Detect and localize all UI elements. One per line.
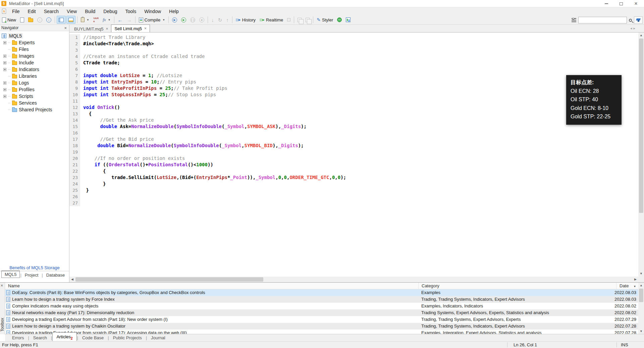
editor-tab-buylimit.mq5[interactable]: BUYLIMIT.mq5× [71,25,111,32]
market-button[interactable] [344,16,352,24]
code-line[interactable]: 10input int StopLossInPips = 25;// Stop … [69,92,638,98]
tab-close-icon[interactable]: × [106,26,108,31]
code-line[interactable]: 22 { [69,168,638,174]
table-row[interactable]: Complex indicators made easy using objec… [5,303,638,309]
step-into-button[interactable]: ↓ [210,16,216,24]
pause-button[interactable]: ❙❙ [189,16,197,24]
menu-build[interactable]: Build [81,8,99,15]
code-line[interactable]: 3 [69,47,638,53]
menu-view[interactable]: View [63,8,81,15]
maximize-button[interactable] [614,0,628,7]
search-settings-icon[interactable] [572,18,576,22]
start-debug-button[interactable]: ▶ [170,16,179,24]
document-icon[interactable] [2,9,6,14]
tree-item-profiles[interactable]: Profiles [0,86,69,93]
tree-item-indicators[interactable]: Indicators [0,66,69,73]
scrollbar-thumb[interactable] [639,289,643,302]
menu-help[interactable]: Help [165,8,183,15]
code-line[interactable]: 16 [69,130,638,136]
search-icon[interactable] [629,19,632,22]
code-line[interactable]: 2#include<Trade\Trade.mqh> [69,41,638,47]
code-line[interactable]: 25 } [69,187,638,193]
column-header-date[interactable]: Date▼ [616,283,638,289]
expand-plus-icon[interactable] [3,95,6,98]
step-out-button[interactable]: ↑ [224,16,230,24]
tree-item-files[interactable]: Files [0,46,69,53]
table-row[interactable]: Neural networks made easy (Part 17): Dim… [5,309,638,316]
variables-button[interactable]: VARa [92,16,100,24]
tree-item-services[interactable]: Services [0,100,69,106]
navigate-forward-button[interactable]: → [125,16,133,24]
realtime-button[interactable]: ▶Realtime [258,16,285,24]
table-row[interactable]: Developing a trading Expert Advisor from… [5,330,638,334]
functions-list-button[interactable]: fx▼ [101,16,112,24]
expand-plus-icon[interactable] [3,41,6,44]
editor-tab-sell-limit.mq5[interactable]: Sell Limit.mq5× [111,24,150,32]
table-row[interactable]: Learn how to design a trading system by … [5,296,638,303]
menu-tools[interactable]: Tools [121,8,141,15]
code-line[interactable]: 4//Create an instance of Ctrade called t… [69,53,638,60]
table-row[interactable]: Learn how to design a trading system by … [5,323,638,330]
navigator-tab-mql5[interactable]: MQL5 [1,271,20,278]
styler-button[interactable]: ✎Styler [315,16,335,24]
code-line[interactable]: 14 //Get the Ask price [69,117,638,123]
toolbox-tab-code-base[interactable]: Code Base [78,335,107,341]
scroll-right-icon[interactable]: ▶ [633,277,638,282]
table-row[interactable]: Developing a trading Expert Advisor from… [5,316,638,323]
code-line[interactable]: 15 double Ask=NormalizeDouble(SymbolInfo… [69,123,638,130]
code-line[interactable]: 18 double Bid=NormalizeDouble(SymbolInfo… [69,142,638,149]
menu-window[interactable]: Window [140,8,165,15]
toolbox-vertical-scrollbar[interactable]: ▲ ▼ [638,283,644,334]
history-button[interactable]: ▶History [234,16,257,24]
code-area[interactable]: 1//import Trade Library2#include<Trade\T… [69,33,638,277]
expand-plus-icon[interactable] [3,88,6,91]
navigator-toggle-button[interactable] [57,16,66,24]
toolbox-tab-errors[interactable]: Errors [8,335,28,341]
scrollbar-thumb[interactable] [639,39,643,213]
tree-item-shared-projects[interactable]: Shared Projects [0,106,69,113]
scroll-down-icon[interactable]: ▼ [638,271,644,277]
start-button[interactable]: ▶ [179,16,188,24]
table-row[interactable]: DoEasy. Controls (Part 8): Base WinForms… [5,289,638,296]
step-over-button[interactable]: ↻ [216,16,224,24]
storage-download-button[interactable]: ↓ [36,16,44,24]
toolbox-tab-articles[interactable]: Articles2 [52,332,76,341]
toolbox-close-icon[interactable]: × [1,283,3,288]
code-line[interactable]: 19 [69,149,638,155]
storage-update-button[interactable]: ↓ [45,16,53,24]
code-line[interactable]: 7input double LotSize = 1; //Lotsize [69,72,638,79]
new-button[interactable]: New [0,16,18,24]
code-line[interactable]: 1//import Trade Library [69,34,638,41]
navigator-close-icon[interactable]: × [63,25,68,31]
minimize-button[interactable] [600,0,613,7]
navigator-tab-project[interactable]: Project [22,272,41,278]
menu-debug[interactable]: Debug [99,8,121,15]
code-line[interactable]: 6 [69,66,638,72]
tree-root-mql5[interactable]: MQL5 [0,33,69,39]
copy-result-button[interactable] [296,16,303,24]
tree-item-scripts[interactable]: Scripts [0,93,69,100]
profiler-stop-button[interactable] [285,16,292,24]
editor-horizontal-scrollbar[interactable]: ◀ ▶ [69,277,638,282]
code-line[interactable]: 26 [69,193,638,200]
close-button[interactable]: × [629,0,643,7]
code-line[interactable]: 17 //Get the Bid price [69,136,638,142]
education-button[interactable] [634,16,643,24]
search-input[interactable] [578,17,627,23]
toolbox-tab-journal[interactable]: Journal [147,335,169,341]
navigator-tab-database[interactable]: Database [43,272,68,278]
code-line[interactable]: 5CTrade trade; [69,60,638,66]
code-line[interactable]: 8input int EntryInPips = 10;// Entry pip… [69,79,638,85]
code-line[interactable]: 23 trade.SellLimit(LotSize,(Bid+(EntryIn… [69,174,638,181]
expand-plus-icon[interactable] [3,55,6,58]
expand-plus-icon[interactable] [3,61,6,64]
stop-button[interactable]: ■ [198,16,206,24]
code-line[interactable]: 11 [69,98,638,104]
code-line[interactable]: 9input int TakeProfitInPips = 25;// Take… [69,85,638,92]
menu-file[interactable]: File [8,8,24,15]
expand-plus-icon[interactable] [3,81,6,84]
tree-item-images[interactable]: Images [0,53,69,59]
menu-edit[interactable]: Edit [24,8,40,15]
column-header-name[interactable]: Name [5,283,418,289]
editor-vertical-scrollbar[interactable]: ▲ ▼ [638,33,644,277]
